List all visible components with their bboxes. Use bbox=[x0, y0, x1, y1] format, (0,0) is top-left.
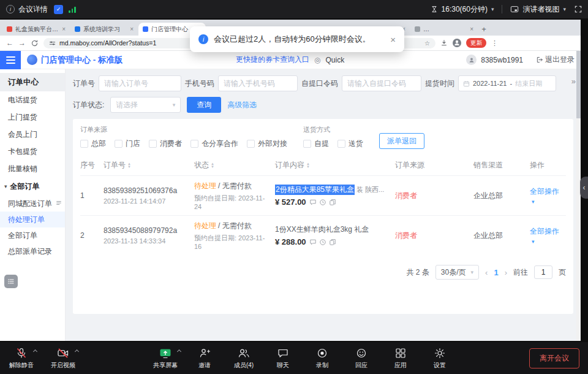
bookmark-star-icon[interactable]: ☆ bbox=[424, 40, 430, 47]
tab-close-icon[interactable]: × bbox=[62, 26, 66, 32]
goto-page-input[interactable] bbox=[534, 265, 552, 279]
update-button[interactable]: 更新 bbox=[466, 38, 486, 48]
sidebar-item-card-pickup[interactable]: 卡包提货 bbox=[0, 143, 65, 160]
scrollbar-thumb[interactable] bbox=[576, 51, 581, 118]
table-row[interactable]: 1 83859389251069376a 2023-11-21 14:14:07… bbox=[80, 175, 566, 215]
logout-button[interactable]: 退出登录 bbox=[536, 55, 575, 65]
reload-button[interactable] bbox=[31, 39, 39, 47]
col-header-order-no[interactable]: 订单号▲▼ bbox=[104, 160, 194, 170]
checkbox-delivery-send[interactable]: 送货 bbox=[337, 139, 363, 149]
mic-options-caret[interactable] bbox=[33, 349, 37, 353]
download-icon[interactable] bbox=[440, 39, 448, 47]
leave-meeting-button[interactable]: 离开会议 bbox=[529, 348, 579, 368]
checkbox-source-consumer[interactable]: 消费者 bbox=[149, 139, 182, 149]
view-mode-label[interactable]: 演讲者视图 bbox=[522, 4, 559, 15]
search-button[interactable]: 查询 bbox=[187, 97, 221, 113]
order-status-select[interactable]: 请选择 ▾ bbox=[110, 97, 181, 113]
col-header-status[interactable]: 状态▲▼ bbox=[194, 160, 275, 170]
sidebar-group-all-orders[interactable]: ▾ 全部订单 bbox=[0, 177, 65, 196]
coupon-query-link[interactable]: 更快捷的券卡查询入口 bbox=[236, 55, 309, 65]
share-options-caret[interactable] bbox=[177, 349, 181, 353]
timer-caret-icon[interactable]: ▾ bbox=[491, 6, 494, 12]
back-button[interactable]: ← bbox=[6, 39, 13, 47]
remark-icon[interactable] bbox=[309, 199, 317, 206]
cell-actions[interactable]: 全部操作▾ bbox=[530, 186, 566, 205]
drag-handle-icon[interactable] bbox=[56, 200, 62, 206]
record-button[interactable]: 录制 bbox=[309, 347, 335, 370]
copy-icon[interactable] bbox=[329, 199, 336, 206]
members-button[interactable]: 成员(4) bbox=[231, 347, 257, 370]
site-settings-icon[interactable] bbox=[49, 40, 56, 47]
unmute-button[interactable]: 解除静音 bbox=[9, 347, 34, 370]
next-page-button[interactable]: › bbox=[505, 268, 507, 277]
scrollbar[interactable] bbox=[576, 51, 581, 341]
checkbox-source-store[interactable]: 门店 bbox=[115, 139, 140, 149]
toast-close-icon[interactable]: × bbox=[390, 34, 396, 45]
tab-close-icon[interactable]: × bbox=[470, 26, 473, 32]
meeting-info-icon[interactable]: i bbox=[6, 5, 15, 13]
advanced-filter-link[interactable]: 高级筛选 bbox=[227, 100, 257, 110]
current-page[interactable]: 1 bbox=[494, 268, 498, 277]
browser-profile-icon[interactable] bbox=[453, 39, 461, 47]
browser-tab[interactable]: 礼盒策购平台管理中心× bbox=[2, 23, 70, 36]
sidebar-item-member-visit[interactable]: 会员上门 bbox=[0, 126, 65, 143]
history-icon[interactable] bbox=[319, 199, 326, 206]
sidebar-section-order-center[interactable]: 订单中心 bbox=[0, 73, 65, 91]
new-tab-button[interactable]: + bbox=[478, 23, 489, 34]
sidebar-item-batch-verify[interactable]: 批量核销 bbox=[0, 160, 65, 177]
browser-tab[interactable]: …× bbox=[410, 23, 478, 36]
forward-button[interactable]: → bbox=[18, 39, 26, 47]
sidebar-item-all-orders[interactable]: 全部订单 bbox=[0, 227, 65, 243]
sort-icon[interactable]: ▲▼ bbox=[211, 162, 214, 168]
order-no-input[interactable] bbox=[99, 75, 181, 91]
sort-icon[interactable]: ▲▼ bbox=[127, 162, 131, 168]
settings-button[interactable]: 设置 bbox=[427, 347, 453, 370]
checkbox-delivery-pickup[interactable]: 自提 bbox=[303, 139, 329, 149]
phone-input[interactable] bbox=[218, 75, 298, 91]
sidebar-item-hq-dispatch-log[interactable]: 总部派单记录 bbox=[0, 243, 65, 259]
sidebar-item-pending-orders[interactable]: 待处理订单 bbox=[0, 212, 65, 227]
copy-icon[interactable] bbox=[329, 239, 336, 246]
cell-seq: 1 bbox=[80, 191, 104, 200]
sidebar-item-city-delivery[interactable]: 同城配送订单 bbox=[0, 196, 65, 212]
remark-icon[interactable] bbox=[309, 239, 317, 246]
chat-button[interactable]: 聊天 bbox=[270, 347, 296, 370]
cell-actions[interactable]: 全部操作▾ bbox=[530, 226, 566, 245]
user-avatar[interactable] bbox=[466, 55, 477, 65]
history-icon[interactable] bbox=[319, 239, 326, 246]
checkbox-label: 送货 bbox=[349, 139, 363, 149]
prev-page-button[interactable]: ‹ bbox=[485, 268, 488, 277]
dispatch-return-button[interactable]: 派单退回 bbox=[379, 133, 424, 149]
checkbox-source-hq[interactable]: 总部 bbox=[80, 139, 106, 149]
invite-button[interactable]: 邀请 bbox=[192, 347, 217, 370]
quick-label[interactable]: Quick bbox=[325, 56, 344, 64]
browser-menu-icon[interactable]: ⋮ bbox=[491, 39, 498, 47]
fullscreen-icon[interactable] bbox=[575, 6, 582, 13]
checkbox-source-external[interactable]: 外部对接 bbox=[247, 139, 287, 149]
checkbox-source-warehouse-share[interactable]: 仓分享合作 bbox=[190, 139, 238, 149]
camera-options-caret[interactable] bbox=[75, 349, 79, 353]
table-row[interactable]: 2 83859345088979792a 2023-11-13 14:33:34… bbox=[80, 215, 566, 255]
apps-button[interactable]: 应用 bbox=[388, 347, 413, 370]
reaction-button[interactable]: 回应 bbox=[349, 347, 374, 370]
share-screen-button[interactable]: 共享屏幕 bbox=[153, 347, 178, 370]
sidebar-item-phone-pickup[interactable]: 电话提货 bbox=[0, 91, 65, 109]
view-caret-icon[interactable]: ▾ bbox=[563, 6, 566, 12]
meeting-timer[interactable]: 16:30(60分钟) bbox=[442, 4, 488, 15]
security-shield-icon[interactable]: ✓ bbox=[54, 5, 63, 14]
sidebar-item-door-pickup[interactable]: 上门提货 bbox=[0, 109, 65, 126]
floating-menu-button[interactable] bbox=[4, 275, 18, 288]
start-video-button[interactable]: 开启视频 bbox=[50, 347, 76, 370]
tab-close-icon[interactable]: × bbox=[130, 26, 134, 32]
date-range-input[interactable]: 2022-11-21 - 结束日期 bbox=[458, 75, 556, 91]
sort-icon[interactable]: ▲▼ bbox=[306, 162, 310, 168]
meeting-detail-label[interactable]: 会议详情 bbox=[18, 4, 48, 15]
browser-tab[interactable]: 系统培训学习× bbox=[70, 23, 138, 36]
col-header-content[interactable]: 订单内容▲▼ bbox=[275, 160, 395, 170]
screen-share-area: 礼盒策购平台管理中心× 系统培训学习× 门店管理中心× …× …× …× …× … bbox=[0, 18, 588, 342]
panel-toggle-handle[interactable]: ‹ bbox=[580, 177, 588, 199]
collapse-panel-icon[interactable]: » bbox=[571, 77, 576, 86]
sidebar-toggle-button[interactable] bbox=[0, 51, 21, 69]
page-size-select[interactable]: 30条/页 ▾ bbox=[435, 265, 479, 280]
pickup-code-input[interactable] bbox=[342, 75, 421, 91]
